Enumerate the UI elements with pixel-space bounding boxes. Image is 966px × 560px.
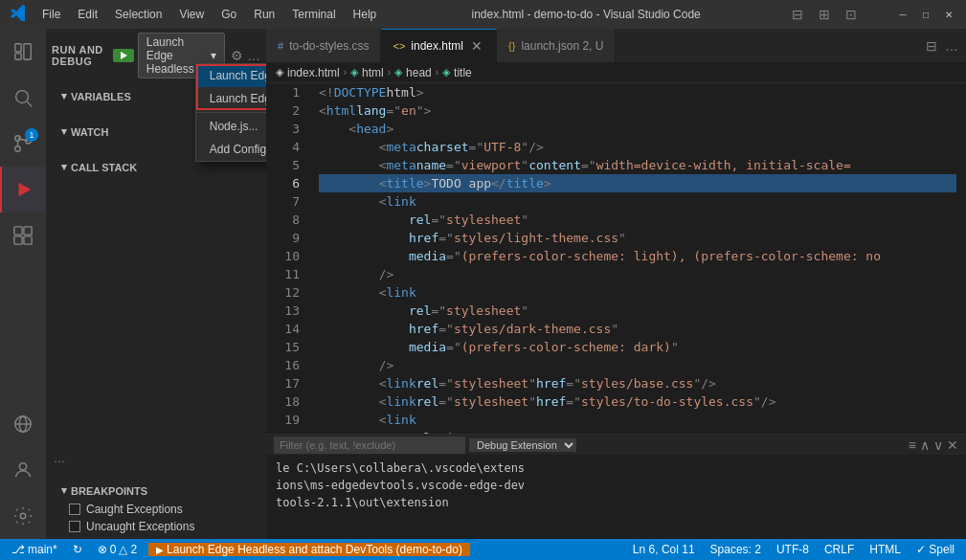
cursor-position-item[interactable]: Ln 6, Col 11 — [629, 543, 699, 556]
language-label: HTML — [869, 543, 901, 556]
extensions-activity-item[interactable] — [0, 213, 46, 258]
console-close-icon[interactable]: ✕ — [947, 437, 958, 453]
tab-launch-json[interactable]: {} launch.json 2, U — [497, 29, 616, 62]
code-line-13: rel="stylesheet" — [319, 302, 956, 320]
tab-index-html[interactable]: <> index.html ✕ — [381, 29, 497, 62]
debug-extension-select[interactable]: Debug Extension — [469, 438, 576, 452]
uncaught-exceptions-checkbox[interactable] — [69, 521, 80, 532]
console-expand-icon[interactable]: ∨ — [933, 437, 943, 453]
settings-activity-item[interactable] — [0, 493, 46, 539]
language-status-item[interactable]: HTML — [865, 543, 905, 556]
search-activity-item[interactable] — [0, 75, 46, 121]
launch-edge-headless-devtools-option[interactable]: Launch Edge Headless and attach DevTools — [196, 64, 266, 87]
run-debug-toolbar: RUN AND DEBUG Launch Edge Headless ▾ Lau… — [46, 29, 266, 82]
run-debug-activity-item[interactable] — [0, 167, 46, 213]
code-line-6: <title>TODO app</title> — [319, 174, 956, 192]
caught-exceptions-checkbox[interactable] — [69, 504, 80, 515]
more-debug-icon[interactable]: … — [54, 452, 65, 465]
code-line-8: rel="stylesheet" — [319, 211, 956, 229]
close-button[interactable]: ✕ — [941, 7, 956, 22]
menu-go[interactable]: Go — [213, 6, 244, 23]
code-editor[interactable]: 1 2 3 4 5 6 7 8 9 10 11 12 13 14 15 16 1 — [266, 83, 966, 434]
debug-more-icon[interactable]: … — [247, 48, 260, 63]
explorer-activity-item[interactable] — [0, 29, 46, 75]
line-num-12: 12 — [284, 283, 300, 302]
custom-layout-icon[interactable]: ⊡ — [842, 7, 861, 22]
code-content[interactable]: <!DOCTYPE html> <html lang="en"> <head> … — [309, 83, 966, 434]
title-bar: File Edit Selection View Go Run Terminal… — [0, 0, 966, 29]
branch-label: main* — [28, 543, 57, 556]
cursor-position-label: Ln 6, Col 11 — [633, 543, 695, 556]
breadcrumb-head[interactable]: head — [406, 66, 432, 79]
breakpoints-section: ▾ BREAKPOINTS Caught Exceptions Uncaught… — [46, 477, 266, 539]
menu-selection[interactable]: Selection — [107, 6, 169, 23]
remote-explorer-activity-item[interactable] — [0, 401, 46, 447]
source-control-activity-item[interactable]: 1 — [0, 121, 46, 167]
code-line-9: href="styles/light-theme.css" — [319, 229, 956, 247]
menu-file[interactable]: File — [34, 6, 68, 23]
encoding-label: UTF-8 — [776, 543, 809, 556]
branch-status-item[interactable]: ⎇ main* — [8, 543, 61, 556]
launch-config-dropdown-menu: Launch Edge Headless and attach DevTools… — [195, 63, 266, 162]
menu-help[interactable]: Help — [346, 6, 385, 23]
code-line-4: <meta charset="UTF-8" /> — [319, 138, 956, 156]
line-num-18: 18 — [284, 392, 300, 411]
editor-area: # to-do-styles.css <> index.html ✕ {} la… — [266, 29, 966, 539]
variables-label: VARIABLES — [71, 91, 131, 102]
breakpoints-header[interactable]: ▾ BREAKPOINTS — [46, 481, 266, 501]
minimize-button[interactable]: ─ — [895, 7, 910, 22]
maximize-button[interactable]: □ — [918, 7, 933, 22]
svg-line-4 — [27, 101, 32, 106]
uncaught-exceptions-label: Uncaught Exceptions — [86, 520, 194, 533]
nodejs-option[interactable]: Node.js... — [196, 115, 266, 138]
code-line-11: /> — [319, 265, 956, 283]
launch-edge-devtools-option[interactable]: Launch Edge and attach DevTools — [196, 87, 266, 110]
spell-status-item[interactable]: ✓ Spell — [912, 543, 958, 556]
json-file-icon: {} — [508, 40, 515, 52]
breadcrumb-html[interactable]: html — [362, 66, 384, 79]
more-tabs-icon[interactable]: … — [941, 38, 962, 54]
console-list-icon[interactable]: ≡ — [909, 437, 916, 453]
menu-run[interactable]: Run — [246, 6, 282, 23]
status-bar: ⎇ main* ↻ ⊗ 0 △ 2 ▶ Launch Edge Headless… — [0, 539, 966, 560]
console-filter-input[interactable] — [274, 437, 465, 454]
code-line-2: <html lang="en"> — [319, 101, 956, 120]
layout-icon[interactable]: ⊟ — [788, 7, 807, 22]
breadcrumb-title[interactable]: title — [454, 66, 472, 79]
code-line-15: media="(prefers-color-scheme: dark)" — [319, 338, 956, 356]
eol-status-item[interactable]: CRLF — [820, 543, 858, 556]
breadcrumb-html-icon: ◈ — [350, 66, 358, 78]
sync-status-item[interactable]: ↻ — [69, 543, 86, 556]
menu-view[interactable]: View — [171, 6, 212, 23]
window-title: index.html - demo-to-do - Visual Studio … — [384, 8, 788, 21]
svg-point-6 — [15, 146, 21, 152]
tab-close-index-html[interactable]: ✕ — [469, 38, 484, 54]
caught-exceptions-label: Caught Exceptions — [86, 503, 183, 516]
add-configuration-option[interactable]: Add Configuration... — [196, 138, 266, 161]
menu-terminal[interactable]: Terminal — [284, 6, 343, 23]
source-control-badge: 1 — [25, 128, 38, 142]
tab-right-actions: ⊟ … — [922, 29, 966, 62]
console-collapse-icon[interactable]: ∧ — [920, 437, 930, 453]
tab-to-do-styles[interactable]: # to-do-styles.css — [266, 29, 381, 62]
debug-settings-icon[interactable]: ⚙ — [231, 48, 243, 63]
line-num-14: 14 — [284, 320, 300, 338]
split-editor-tab-icon[interactable]: ⊟ — [922, 38, 941, 54]
call-stack-label: CALL STACK — [71, 162, 137, 173]
html-file-icon: <> — [393, 40, 405, 52]
split-editor-icon[interactable]: ⊞ — [815, 7, 834, 22]
indent-status-item[interactable]: Spaces: 2 — [707, 543, 765, 556]
start-debug-button[interactable] — [113, 49, 134, 62]
line-num-1: 1 — [292, 83, 300, 101]
accounts-activity-item[interactable] — [0, 447, 46, 493]
breadcrumb-file[interactable]: index.html — [287, 66, 340, 79]
encoding-status-item[interactable]: UTF-8 — [773, 543, 813, 556]
errors-status-item[interactable]: ⊗ 0 △ 2 — [94, 543, 141, 556]
errors-label: 0 — [110, 543, 117, 556]
caught-exceptions-item: Caught Exceptions — [46, 501, 266, 518]
menu-edit[interactable]: Edit — [70, 6, 105, 23]
css-file-icon: # — [278, 40, 283, 52]
line-num-3: 3 — [292, 120, 300, 138]
debug-launch-status-item[interactable]: ▶ Launch Edge Headless and attach DevToo… — [148, 543, 470, 556]
debug-config-dropdown[interactable]: Launch Edge Headless ▾ Launch Edge Headl… — [138, 33, 225, 78]
